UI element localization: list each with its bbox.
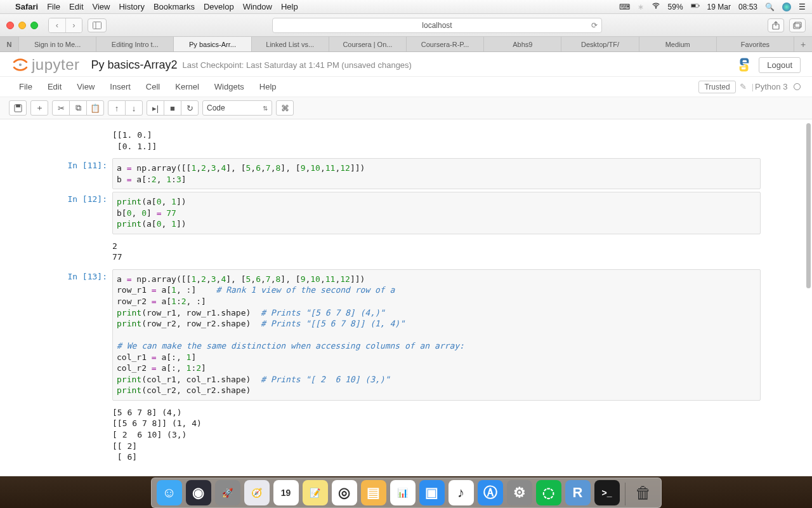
dock-app-keynote[interactable]: ▣	[419, 480, 445, 505]
menubar-help[interactable]: Help	[281, 2, 298, 11]
menubar-develop[interactable]: Develop	[204, 2, 234, 11]
menubar-view[interactable]: View	[93, 2, 110, 11]
scrollbar-thumb[interactable]	[806, 123, 811, 288]
output-cell-12: 2 77	[51, 237, 761, 267]
sidebar-toggle-button[interactable]	[88, 18, 107, 32]
dock-app-slides[interactable]: ▤	[361, 480, 386, 505]
tab-7[interactable]: Desktop/TF/	[561, 37, 639, 51]
code-cell-11[interactable]: In [11]: a = np.array([[1,2,3,4], [5,6,7…	[51, 158, 761, 189]
app-name[interactable]: Safari	[15, 2, 38, 11]
tab-0[interactable]: Sign in to Me...	[19, 37, 96, 51]
tab-3[interactable]: Linked List vs...	[252, 37, 329, 51]
jmenu-insert[interactable]: Insert	[102, 79, 138, 94]
wifi-icon[interactable]	[652, 1, 660, 12]
tab-1[interactable]: Editing Intro t...	[96, 37, 174, 51]
tab-9[interactable]: Favorites	[717, 37, 794, 51]
tabs-overview-button[interactable]	[789, 18, 806, 32]
prompt-in13: In [13]:	[51, 269, 112, 401]
paste-button[interactable]: 📋	[86, 100, 104, 116]
share-button[interactable]	[768, 18, 784, 32]
dock-app-siri[interactable]: ◉	[186, 480, 211, 505]
tab-8[interactable]: Medium	[639, 37, 717, 51]
tab-4[interactable]: Coursera | On...	[329, 37, 407, 51]
jmenu-file[interactable]: File	[11, 79, 40, 94]
code-cell-13[interactable]: In [13]: a = np.array([[1,2,3,4], [5,6,7…	[51, 269, 761, 401]
dock-app-settings[interactable]: ⚙	[507, 480, 532, 505]
window-close-button[interactable]	[6, 22, 14, 29]
code-in11[interactable]: a = np.array([[1,2,3,4], [5,6,7,8], [9,1…	[112, 158, 761, 189]
bluetooth-icon[interactable]: ∗	[638, 3, 644, 11]
code-in13[interactable]: a = np.array([[1,2,3,4], [5,6,7,8], [9,1…	[112, 269, 761, 401]
jmenu-view[interactable]: View	[69, 79, 102, 94]
interrupt-button[interactable]: ■	[164, 100, 181, 116]
dock-app-notes[interactable]: 📝	[303, 480, 328, 505]
dock-app-launchpad[interactable]: 🚀	[215, 480, 240, 505]
code-in12[interactable]: print(a[0, 1]) b[0, 0] = 77 print(a[0, 1…	[112, 192, 761, 234]
cut-button[interactable]: ✂	[52, 100, 70, 116]
logout-button[interactable]: Logout	[759, 57, 801, 73]
window-zoom-button[interactable]	[30, 22, 38, 29]
reload-icon[interactable]: ⟳	[591, 21, 598, 30]
menubar-time[interactable]: 08:53	[738, 3, 757, 11]
menubar-bookmarks[interactable]: Bookmarks	[154, 2, 195, 11]
back-button[interactable]: ‹	[49, 18, 65, 32]
window-minimize-button[interactable]	[18, 22, 26, 29]
tab-2[interactable]: Py basics-Arr...	[174, 37, 251, 51]
jmenu-cell[interactable]: Cell	[138, 79, 167, 94]
svg-rect-4	[93, 22, 102, 29]
spotlight-icon[interactable]: 🔍	[765, 3, 775, 11]
jmenu-edit[interactable]: Edit	[40, 79, 69, 94]
pinned-tab[interactable]: N	[0, 37, 19, 51]
menubar-history[interactable]: History	[119, 2, 144, 11]
notebook-area[interactable]: [[1. 0.] [0. 1.]] In [11]: a = np.array(…	[0, 119, 812, 462]
keyboard-icon[interactable]: ⌨	[619, 3, 630, 11]
menubar-file[interactable]: File	[47, 2, 60, 11]
copy-button[interactable]: ⧉	[69, 100, 87, 116]
dock-app-itunes[interactable]: ♪	[449, 480, 474, 505]
tab-6[interactable]: Abhs9	[484, 37, 561, 51]
jmenu-kernel[interactable]: Kernel	[167, 79, 207, 94]
new-tab-button[interactable]: +	[794, 37, 812, 51]
dock-app-calendar[interactable]: 19	[273, 480, 299, 505]
checkpoint-status: Last Checkpoint: Last Saturday at 1:41 P…	[183, 60, 412, 70]
move-up-button[interactable]: ↑	[108, 100, 126, 116]
menubar-edit[interactable]: Edit	[69, 2, 83, 11]
restart-button[interactable]: ↻	[181, 100, 199, 116]
dock-app-safari[interactable]: 🧭	[244, 480, 270, 505]
run-button[interactable]: ▸|	[147, 100, 164, 116]
menubar-date[interactable]: 19 Mar	[707, 3, 731, 11]
dock-app-numbers[interactable]: 📊	[390, 480, 416, 505]
kernel-indicator[interactable]: Python 3	[755, 82, 801, 91]
save-button[interactable]	[9, 100, 27, 116]
edit-indicator-icon[interactable]: ✎	[740, 82, 747, 91]
forward-button[interactable]: ›	[65, 18, 82, 32]
siri-icon[interactable]	[782, 3, 791, 11]
add-cell-button[interactable]: ＋	[30, 100, 48, 116]
python-logo-icon	[736, 57, 752, 73]
dock-app-terminal[interactable]: >_	[594, 480, 620, 505]
jmenu-help[interactable]: Help	[252, 79, 284, 94]
dock-app-pycharm[interactable]: ◌	[536, 480, 561, 505]
dock-app-chrome[interactable]: ◎	[332, 480, 357, 505]
dock-trash[interactable]: 🗑	[631, 480, 656, 505]
notebook-name[interactable]: Py basics-Array2	[91, 58, 178, 72]
dock-app-appstore[interactable]: Ⓐ	[478, 480, 503, 505]
dock-app-rstudio[interactable]: R	[565, 480, 591, 505]
trusted-indicator[interactable]: Trusted	[698, 81, 735, 93]
jupyter-menubar: File Edit View Insert Cell Kernel Widget…	[0, 76, 812, 97]
safari-toolbar: ‹ › localhost ⟳	[0, 14, 812, 37]
battery-icon[interactable]	[691, 1, 700, 12]
notification-center-icon[interactable]: ☰	[799, 3, 806, 11]
jupyter-logo[interactable]: jupyter	[11, 56, 80, 74]
menubar-window[interactable]: Window	[243, 2, 272, 11]
tab-5[interactable]: Coursera-R-P...	[407, 37, 484, 51]
code-cell-12[interactable]: In [12]: print(a[0, 1]) b[0, 0] = 77 pri…	[51, 192, 761, 234]
address-bar[interactable]: localhost ⟳	[272, 18, 602, 33]
celltype-select[interactable]: Code ⇅	[202, 100, 272, 116]
command-palette-button[interactable]: ⌘	[276, 100, 294, 116]
page-scrollbar[interactable]	[806, 53, 811, 475]
dock-app-finder[interactable]: ☺	[157, 480, 182, 505]
jmenu-widgets[interactable]: Widgets	[207, 79, 252, 94]
battery-percent[interactable]: 59%	[668, 3, 683, 11]
move-down-button[interactable]: ↓	[125, 100, 143, 116]
